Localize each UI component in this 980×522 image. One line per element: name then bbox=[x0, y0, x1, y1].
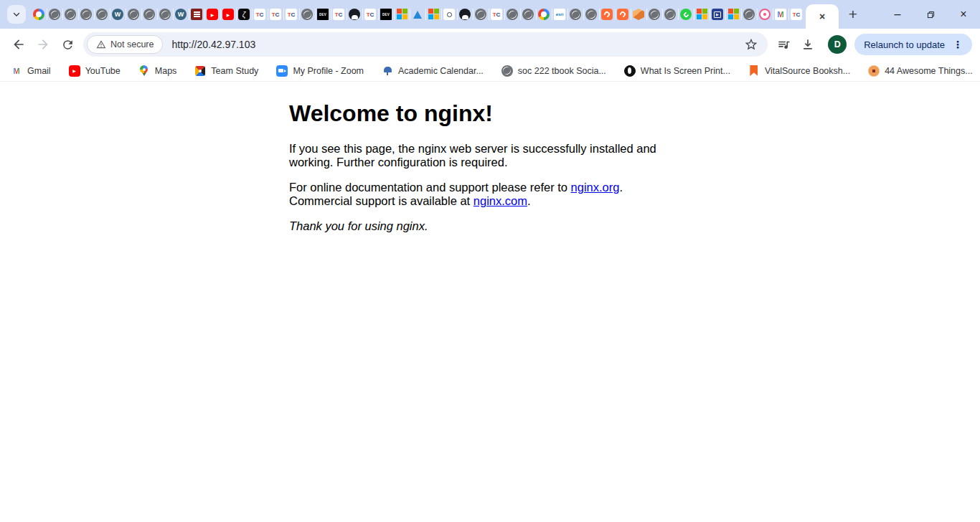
microsoft-favicon bbox=[696, 9, 707, 20]
minimize-button[interactable]: – bbox=[881, 0, 914, 29]
tab[interactable] bbox=[536, 0, 552, 29]
security-chip[interactable]: Not secure bbox=[87, 35, 163, 54]
globe-favicon bbox=[65, 9, 76, 20]
tab[interactable] bbox=[78, 0, 94, 29]
tab[interactable]: TC bbox=[283, 0, 299, 29]
tab[interactable] bbox=[299, 0, 315, 29]
bookmark-item[interactable]: MGmail bbox=[11, 65, 51, 77]
tab[interactable] bbox=[457, 0, 473, 29]
esri-favicon: esri bbox=[554, 9, 565, 20]
url-text[interactable]: http://20.42.97.103 bbox=[171, 39, 740, 50]
tab[interactable] bbox=[567, 0, 583, 29]
tab[interactable]: TC bbox=[362, 0, 378, 29]
tab[interactable] bbox=[410, 0, 425, 29]
tab[interactable] bbox=[646, 0, 662, 29]
bookmarks-bar: MGmail▶YouTubeMapsTeam StudyMy Profile -… bbox=[0, 60, 980, 82]
globe-favicon bbox=[743, 9, 755, 20]
restore-button[interactable] bbox=[914, 0, 947, 29]
tab[interactable]: W bbox=[110, 0, 126, 29]
bookmark-star-button[interactable] bbox=[740, 34, 762, 55]
tab[interactable] bbox=[126, 0, 141, 29]
bookmark-item[interactable]: My Profile - Zoom bbox=[276, 65, 364, 77]
close-tab-icon[interactable]: × bbox=[819, 11, 825, 22]
techcrunch-favicon: TC bbox=[333, 9, 344, 20]
back-button[interactable] bbox=[6, 32, 31, 57]
tab[interactable] bbox=[725, 0, 741, 29]
tab[interactable] bbox=[662, 0, 678, 29]
tab[interactable] bbox=[520, 0, 536, 29]
tab[interactable] bbox=[441, 0, 457, 29]
tab[interactable] bbox=[157, 0, 173, 29]
address-bar[interactable]: Not secure http://20.42.97.103 bbox=[83, 32, 768, 57]
tab[interactable]: ▶ bbox=[710, 0, 725, 29]
tab[interactable] bbox=[425, 0, 441, 29]
tab[interactable] bbox=[631, 0, 646, 29]
tab[interactable]: DEV bbox=[378, 0, 394, 29]
tab[interactable] bbox=[599, 0, 615, 29]
support-line-1: For online documentation and support ple… bbox=[289, 181, 571, 194]
globe-favicon bbox=[522, 9, 534, 20]
bookmark-item[interactable]: ▶YouTube bbox=[69, 65, 121, 77]
microsoft-favicon bbox=[727, 9, 739, 20]
media-controls-button[interactable] bbox=[771, 32, 796, 57]
bookmark-item[interactable]: 44 Awesome Things... bbox=[868, 65, 973, 77]
tab[interactable]: W bbox=[173, 0, 189, 29]
forward-icon bbox=[36, 37, 50, 52]
tab[interactable] bbox=[741, 0, 757, 29]
tab[interactable] bbox=[394, 0, 410, 29]
bookmark-label: What Is Screen Print... bbox=[641, 66, 730, 76]
tab[interactable] bbox=[141, 0, 157, 29]
new-tab-button[interactable]: + bbox=[842, 4, 864, 25]
bookmark-item[interactable]: soc 222 tbook Socia... bbox=[501, 65, 606, 77]
tab[interactable]: TC bbox=[268, 0, 283, 29]
tab[interactable]: TC bbox=[489, 0, 504, 29]
tab-search-button[interactable] bbox=[7, 5, 26, 24]
tab[interactable]: ζ bbox=[236, 0, 252, 29]
tab[interactable] bbox=[615, 0, 631, 29]
star-icon bbox=[744, 37, 758, 52]
nginx-com-link[interactable]: nginx.com bbox=[473, 194, 527, 207]
globe-favicon bbox=[664, 9, 676, 20]
tree-favicon bbox=[382, 65, 393, 77]
close-button[interactable]: × bbox=[947, 0, 980, 29]
active-tab[interactable]: × bbox=[806, 4, 839, 29]
tab[interactable] bbox=[694, 0, 710, 29]
tab[interactable] bbox=[583, 0, 599, 29]
bookmark-item[interactable]: Maps bbox=[138, 65, 177, 77]
more-menu-icon[interactable]: ⋮ bbox=[953, 39, 963, 50]
tab[interactable]: ▶ bbox=[220, 0, 236, 29]
bookmark-label: Academic Calendar... bbox=[398, 66, 484, 76]
tab[interactable] bbox=[347, 0, 362, 29]
tab[interactable] bbox=[47, 0, 62, 29]
forward-button[interactable] bbox=[31, 32, 55, 57]
bookmark-item[interactable]: Academic Calendar... bbox=[382, 65, 484, 77]
tab[interactable] bbox=[473, 0, 489, 29]
tab[interactable]: M bbox=[773, 0, 788, 29]
tab[interactable]: TC bbox=[331, 0, 347, 29]
google-favicon bbox=[538, 9, 550, 20]
bookmark-item[interactable]: Team Study bbox=[194, 65, 258, 77]
thanks-line: Thank you for using nginx. bbox=[289, 219, 691, 233]
tab[interactable] bbox=[94, 0, 110, 29]
tab[interactable]: TC bbox=[788, 0, 804, 29]
tab[interactable] bbox=[757, 0, 773, 29]
tab[interactable] bbox=[678, 0, 694, 29]
tab[interactable]: DEV bbox=[315, 0, 331, 29]
bookmark-item[interactable]: What Is Screen Print... bbox=[624, 65, 730, 77]
wordpress-favicon: W bbox=[175, 9, 187, 20]
tab[interactable]: TC bbox=[252, 0, 268, 29]
ribbon-favicon bbox=[748, 65, 760, 77]
tab[interactable] bbox=[504, 0, 520, 29]
intro-line-2: working. Further configuration is requir… bbox=[289, 156, 507, 169]
avatar[interactable]: D bbox=[828, 35, 847, 54]
relaunch-button[interactable]: Relaunch to update ⋮ bbox=[854, 34, 972, 55]
tab[interactable] bbox=[62, 0, 78, 29]
nginx-org-link[interactable]: nginx.org bbox=[571, 181, 620, 194]
reload-button[interactable] bbox=[55, 32, 80, 57]
tab[interactable]: esri bbox=[552, 0, 567, 29]
tab[interactable]: ▶ bbox=[204, 0, 220, 29]
tab[interactable] bbox=[31, 0, 47, 29]
tab[interactable] bbox=[189, 0, 204, 29]
download-button[interactable] bbox=[796, 32, 820, 57]
bookmark-item[interactable]: VitalSource Booksh... bbox=[748, 65, 850, 77]
